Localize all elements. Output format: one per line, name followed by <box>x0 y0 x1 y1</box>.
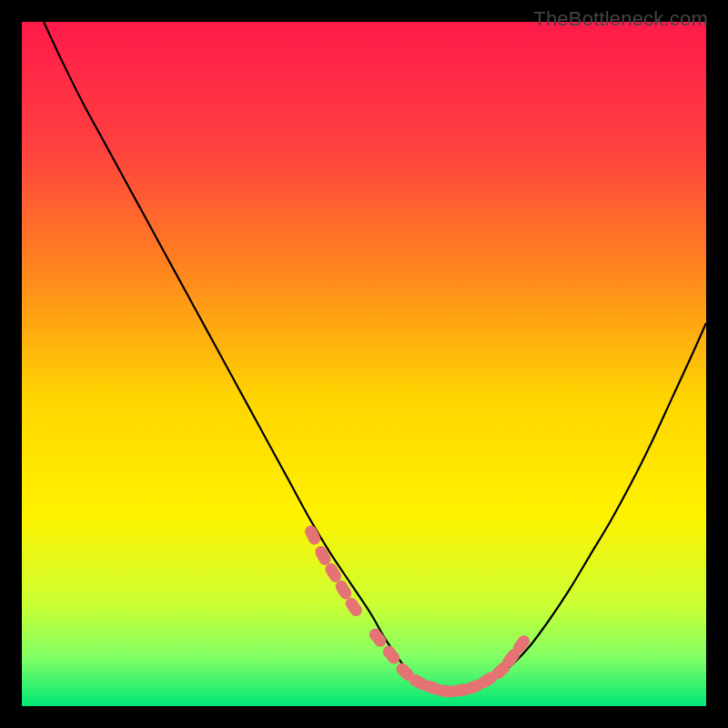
chart-container: TheBottleneck.com <box>0 0 728 728</box>
chart-svg <box>0 0 728 728</box>
watermark-text: TheBottleneck.com <box>533 7 708 31</box>
